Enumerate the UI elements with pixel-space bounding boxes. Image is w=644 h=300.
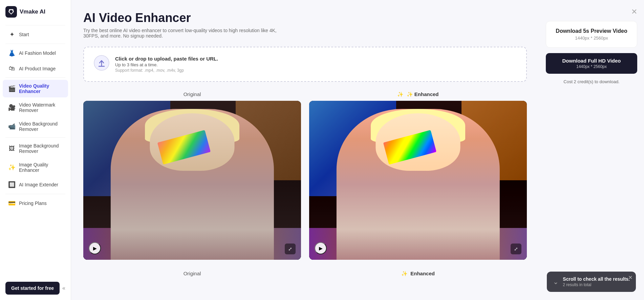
sidebar-item-label: Image Quality Enhancer [19, 162, 63, 173]
toast-main-text: Scroll to check all the results. [563, 276, 630, 282]
close-preview-button[interactable]: ✕ [631, 8, 637, 16]
toast-text-group: Scroll to check all the results. 2 resul… [563, 276, 630, 287]
fashion-model-icon: 👗 [8, 49, 16, 57]
comparison-labels-1: Original ✨ ✨ Enhanced [83, 91, 527, 97]
page-header: AI Video Enhancer Try the best online AI… [83, 11, 527, 39]
sidebar-item-label: AI Image Extender [19, 182, 58, 187]
upload-format-text: Support format: .mp4, .mov, .m4v, 3gp [115, 68, 218, 73]
person-silhouette-original [110, 109, 274, 260]
video-person-original [83, 101, 301, 260]
get-started-button[interactable]: Get started for free [5, 282, 60, 295]
video-inner-enhanced-1 [309, 101, 527, 260]
upload-text-group: Click or drop to upload, paste files or … [115, 56, 218, 73]
upload-main-text: Click or drop to upload, paste files or … [115, 56, 218, 62]
comparison-videos-1: ▶ ⤢ [83, 101, 527, 260]
video-watermark-icon: 🎥 [8, 104, 16, 111]
right-panel: ✕ Download 5s Preview Video 1440px * 256… [539, 0, 644, 300]
video-bg-icon: 📹 [8, 123, 16, 130]
upload-sub-text: Up to 3 files at a time. [115, 62, 218, 67]
scroll-toast: ⌄ Scroll to check all the results. 2 res… [547, 272, 636, 292]
sidebar-item-video-watermark[interactable]: 🎥 Video Watermark Remover [3, 99, 68, 116]
image-bg-icon: 🖼 [8, 145, 16, 152]
sidebar-item-video-quality[interactable]: 🎬 Video Quality Enhancer [3, 80, 68, 97]
sidebar-item-start[interactable]: ✦ Start [3, 27, 68, 42]
page-subtitle: Try the best online AI video enhancer to… [83, 28, 286, 39]
sidebar-item-fashion-model[interactable]: 👗 AI Fashion Model [3, 46, 68, 60]
image-quality-icon: ✨ [8, 164, 16, 171]
download-preview-card: Download 5s Preview Video 1440px * 2560p… [546, 21, 637, 48]
upload-icon [93, 55, 110, 74]
video-person-enhanced [309, 101, 527, 260]
pricing-icon: 💳 [8, 200, 16, 207]
download-full-button[interactable]: Download Full HD Video 1440px * 2560px [546, 53, 637, 74]
page-title: AI Video Enhancer [83, 11, 527, 25]
video-quality-icon: 🎬 [8, 85, 16, 92]
sidebar-logo: Vmake AI [0, 0, 71, 24]
app-logo-icon [5, 6, 17, 18]
sidebar-item-label: Image Background Remover [19, 143, 63, 154]
comparison-section-2: Original ✨ Enhanced [83, 271, 527, 277]
sidebar-divider-1 [5, 44, 65, 44]
enhanced-video-1: ▶ ⤢ [309, 101, 527, 260]
start-icon: ✦ [8, 31, 16, 38]
scroll-down-icon: ⌄ [553, 278, 559, 286]
sidebar-item-image-extender[interactable]: 🔲 AI Image Extender [3, 178, 68, 192]
sidebar-item-product-image[interactable]: 🛍 AI Product Image [3, 62, 68, 75]
sidebar-item-image-quality[interactable]: ✨ Image Quality Enhancer [3, 159, 68, 176]
toast-close-button[interactable]: ✕ [628, 274, 632, 281]
sidebar-footer: Get started for free « [0, 276, 71, 300]
sidebar-item-label: AI Fashion Model [19, 50, 56, 56]
download-preview-title: Download 5s Preview Video [553, 28, 630, 34]
play-button-original-1[interactable]: ▶ [89, 242, 101, 254]
sidebar-item-label: Video Background Remover [19, 121, 63, 132]
sidebar-divider-4 [5, 194, 65, 194]
original-label-1: Original [83, 91, 301, 97]
play-button-enhanced-1[interactable]: ▶ [315, 242, 327, 254]
sidebar-item-video-bg[interactable]: 📹 Video Background Remover [3, 118, 68, 135]
expand-button-original-1[interactable]: ⤢ [285, 244, 296, 254]
comparison-labels-2: Original ✨ Enhanced [83, 271, 527, 277]
download-full-res: 1440px * 2560px [576, 64, 607, 69]
download-preview-res: 1440px * 2560px [553, 36, 630, 41]
sidebar-item-label: Pricing Plans [19, 201, 47, 206]
enhanced-star-icon-2: ✨ [401, 271, 408, 276]
original-label-2: Original [83, 271, 301, 277]
expand-button-enhanced-1[interactable]: ⤢ [511, 244, 521, 254]
sidebar-item-label: Start [19, 32, 29, 37]
sidebar-divider-2 [5, 77, 65, 78]
sidebar-divider-3 [5, 137, 65, 138]
sidebar: Vmake AI ✦ Start 👗 AI Fashion Model 🛍 AI… [0, 0, 71, 300]
video-inner-original-1 [83, 101, 301, 260]
sidebar-item-label: Video Watermark Remover [19, 102, 63, 113]
sidebar-divider-top [5, 25, 65, 25]
image-extender-icon: 🔲 [8, 181, 16, 188]
person-silhouette-enhanced [336, 109, 499, 260]
app-logo-text: Vmake AI [20, 8, 45, 15]
upload-area[interactable]: Click or drop to upload, paste files or … [83, 47, 527, 82]
sidebar-item-pricing[interactable]: 💳 Pricing Plans [3, 196, 68, 210]
main-content: AI Video Enhancer Try the best online AI… [71, 0, 644, 300]
toast-sub-text: 2 results in total [563, 282, 630, 287]
sidebar-item-label: AI Product Image [19, 66, 56, 71]
product-image-icon: 🛍 [8, 65, 16, 72]
original-video-1: ▶ ⤢ [83, 101, 301, 260]
content-area: AI Video Enhancer Try the best online AI… [71, 0, 539, 300]
enhanced-label-1: ✨ ✨ Enhanced [309, 91, 527, 97]
credits-text: Cost 2 credit(s) to download. [546, 79, 637, 84]
sidebar-item-image-bg[interactable]: 🖼 Image Background Remover [3, 140, 68, 157]
sidebar-collapse-button[interactable]: « [62, 285, 65, 291]
download-full-label: Download Full HD Video [562, 58, 621, 64]
sidebar-item-label: Video Quality Enhancer [19, 83, 63, 94]
enhanced-label-2: ✨ Enhanced [309, 271, 527, 277]
enhanced-star-icon: ✨ [397, 91, 404, 97]
comparison-section-1: Original ✨ ✨ Enhanced [83, 91, 527, 260]
